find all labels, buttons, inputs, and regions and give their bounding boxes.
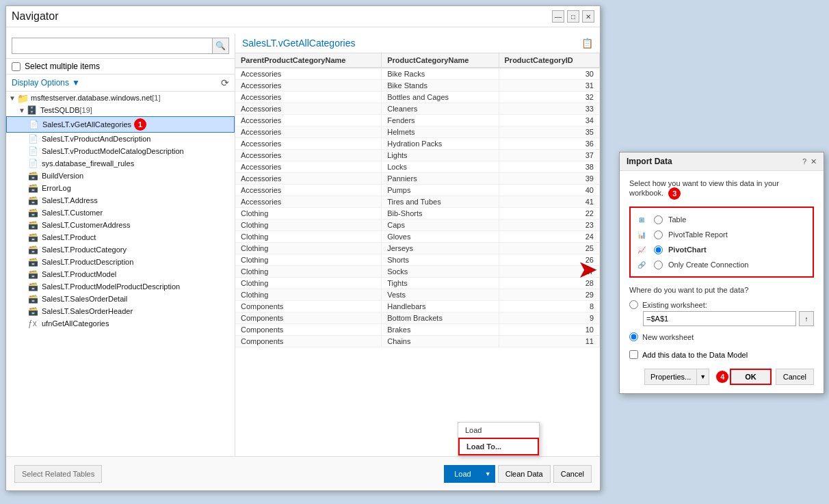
search-icon-button[interactable]: 🔍 — [213, 38, 229, 54]
table-cell: Accessories — [235, 92, 382, 103]
bottom-right-buttons: Load ▼ Clean Data Cancel — [444, 465, 592, 483]
table-cell: Accessories — [235, 161, 382, 173]
close-button[interactable]: ✕ — [582, 10, 594, 23]
table-cell: 22 — [499, 208, 599, 220]
worksheet-input-row: ↑ — [643, 311, 814, 326]
import-option-pivottable: 📊 PivotTable Report — [635, 227, 808, 242]
table-cell: Accessories — [235, 173, 382, 185]
table-row: ClothingGloves24 — [235, 231, 600, 243]
search-input[interactable] — [12, 38, 213, 54]
import-option-table: ⊞ Table — [635, 212, 808, 227]
table-cell: 31 — [499, 80, 599, 92]
tree-database-node[interactable]: ▼ 🗄️ TestSQLDB [19] — [6, 104, 235, 116]
table-icon: 🗃️ — [28, 183, 39, 193]
tree-item-sysdbfirewallrules[interactable]: 📄 sys.database_firewall_rules — [6, 157, 235, 170]
data-header: SalesLT.vGetAllCategories 📋 — [235, 34, 600, 53]
clean-data-button[interactable]: Clean Data — [498, 465, 551, 483]
worksheet-input[interactable] — [643, 311, 796, 326]
table-cell: Clothing — [235, 220, 382, 231]
table-cell: 36 — [499, 138, 599, 150]
load-popup-load[interactable]: Load — [458, 423, 539, 438]
dialog-cancel-button[interactable]: Cancel — [776, 369, 814, 385]
tree-item-productmodel[interactable]: 🗃️ SalesLT.ProductModel — [6, 268, 235, 280]
tree-item-ufngetallcategories[interactable]: ƒx ufnGetAllCategories — [6, 317, 235, 330]
export-icon[interactable]: 📋 — [581, 38, 593, 49]
table-icon: 🗃️ — [28, 220, 39, 230]
tree-item-productcategory[interactable]: 🗃️ SalesLT.ProductCategory — [6, 243, 235, 256]
tree-item-vproductmodelcatalog[interactable]: 📄 SalesLT.vProductModelCatalogDescriptio… — [6, 145, 235, 157]
connection-option-label: Only Create Connection — [668, 261, 748, 269]
existing-worksheet-radio[interactable] — [629, 300, 638, 309]
load-dropdown-arrow[interactable]: ▼ — [482, 465, 495, 483]
table-cell: 29 — [499, 289, 599, 301]
table-row: ClothingBib-Shorts22 — [235, 208, 600, 220]
tree-item-salesorderheader[interactable]: 🗃️ SalesLT.SalesOrderHeader — [6, 305, 235, 317]
properties-button[interactable]: Properties... — [644, 369, 697, 385]
help-button[interactable]: ? — [802, 157, 806, 165]
minimize-button[interactable]: — — [552, 10, 564, 23]
worksheet-picker-button[interactable]: ↑ — [799, 311, 814, 326]
tree-item-address[interactable]: 🗃️ SalesLT.Address — [6, 194, 235, 207]
table-cell: Bib-Shorts — [382, 208, 499, 220]
navigator-title: Navigator — [12, 10, 58, 23]
cancel-button[interactable]: Cancel — [553, 465, 592, 483]
tree-item-label: SalesLT.CustomerAddress — [42, 221, 130, 229]
import-data-dialog: Import Data ? ✕ Select how you want to v… — [619, 152, 824, 394]
tree-item-customeraddress[interactable]: 🗃️ SalesLT.CustomerAddress — [6, 219, 235, 231]
tree-item-vproductanddesc[interactable]: 📄 SalesLT.vProductAndDescription — [6, 133, 235, 145]
tree-item-errorlog[interactable]: 🗃️ ErrorLog — [6, 182, 235, 194]
tree-item-productmodelproductdesc[interactable]: 🗃️ SalesLT.ProductModelProductDescriptio… — [6, 280, 235, 293]
tree-item-customer[interactable]: 🗃️ SalesLT.Customer — [6, 207, 235, 219]
display-options-button[interactable]: Display Options ▼ — [12, 78, 80, 88]
tree-item-productdescription[interactable]: 🗃️ SalesLT.ProductDescription — [6, 256, 235, 268]
data-model-checkbox[interactable] — [629, 350, 638, 359]
table-cell: Locks — [382, 161, 499, 173]
table-radio[interactable] — [654, 215, 663, 224]
select-related-tables-button[interactable]: Select Related Tables — [14, 465, 102, 483]
table-row: AccessoriesPanniers39 — [235, 173, 600, 185]
database-icon: 🗄️ — [27, 105, 38, 115]
maximize-button[interactable]: □ — [567, 10, 579, 23]
pivotchart-radio[interactable] — [654, 246, 663, 254]
tree-server-node[interactable]: ▼ 📁 msftestserver.database.windows.net [… — [6, 92, 235, 104]
table-view-icon: ⊞ — [635, 214, 648, 225]
table-cell: Shorts — [382, 254, 499, 266]
load-button[interactable]: Load — [444, 465, 481, 483]
table-option-label: Table — [668, 215, 686, 224]
table-cell: Pumps — [382, 185, 499, 196]
connection-radio[interactable] — [654, 261, 663, 269]
pivottable-radio[interactable] — [654, 230, 663, 239]
new-worksheet-radio[interactable] — [629, 332, 638, 341]
db-badge: [19] — [79, 106, 92, 114]
import-dialog-controls: ? ✕ — [802, 157, 817, 166]
load-popup-loadto[interactable]: Load To... — [458, 438, 539, 455]
table-cell: 37 — [499, 150, 599, 161]
step-3-badge: 3 — [668, 187, 681, 200]
tree-item-vgetallcategories[interactable]: 📄 SalesLT.vGetAllCategories 1 — [6, 116, 235, 133]
table-icon: 🗃️ — [28, 196, 39, 205]
table-row: ClothingSocks27 — [235, 266, 600, 278]
select-multiple-checkbox[interactable] — [12, 62, 21, 71]
navigator-window: Navigator — □ ✕ 🔍 Select multiple items … — [5, 5, 601, 491]
tree-item-buildversion[interactable]: 🗃️ BuildVersion — [6, 170, 235, 182]
properties-dropdown-arrow[interactable]: ▼ — [697, 369, 709, 385]
table-cell: Accessories — [235, 150, 382, 161]
table-cell: 10 — [499, 324, 599, 336]
table-cell: Accessories — [235, 115, 382, 127]
table-row: ComponentsBottom Brackets9 — [235, 313, 600, 324]
load-popup-menu: Load Load To... — [458, 422, 540, 456]
refresh-icon[interactable]: ⟳ — [221, 77, 229, 88]
tree-item-label: SalesLT.SalesOrderDetail — [42, 295, 127, 303]
table-cell: Bike Stands — [382, 80, 499, 92]
import-close-button[interactable]: ✕ — [811, 157, 817, 166]
ok-button[interactable]: OK — [730, 369, 772, 385]
table-row: AccessoriesPumps40 — [235, 185, 600, 196]
import-dialog-title: Import Data — [627, 157, 672, 166]
table-cell: Gloves — [382, 231, 499, 243]
table-icon: 🗃️ — [28, 282, 39, 291]
expand-icon: ▼ — [9, 94, 17, 102]
tree-item-product[interactable]: 🗃️ SalesLT.Product — [6, 231, 235, 243]
col-header-categoryid: ProductCategoryID — [499, 53, 599, 68]
table-cell: Accessories — [235, 103, 382, 115]
tree-item-salesorderdetail[interactable]: 🗃️ SalesLT.SalesOrderDetail — [6, 293, 235, 305]
